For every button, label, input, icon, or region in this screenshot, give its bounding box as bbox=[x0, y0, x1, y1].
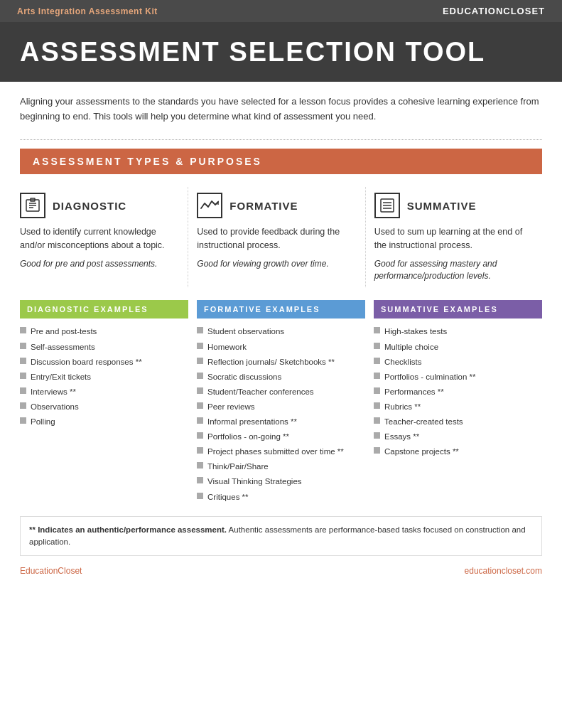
list-item: Informal presentations ** bbox=[197, 416, 365, 427]
summative-desc: Used to sum up learning at the end of th… bbox=[374, 225, 534, 252]
diagnostic-header: DIAGNOSTIC bbox=[20, 193, 179, 218]
item-text: Reflection journals/ Sketchbooks ** bbox=[207, 356, 335, 368]
item-text: Interviews ** bbox=[31, 386, 76, 397]
list-item: Homework bbox=[197, 341, 365, 353]
list-item: Reflection journals/ Sketchbooks ** bbox=[197, 356, 365, 368]
list-item: Discussion board responses ** bbox=[20, 356, 188, 368]
bullet-icon bbox=[20, 387, 26, 394]
brand-bold: CLOSET bbox=[503, 6, 545, 16]
bullet-icon bbox=[197, 447, 203, 454]
bullet-icon bbox=[197, 417, 203, 424]
item-text: Capstone projects ** bbox=[384, 446, 459, 457]
assessment-types-title: ASSESSMENT TYPES & PURPOSES bbox=[33, 156, 529, 167]
bullet-icon bbox=[374, 327, 380, 333]
summative-examples-col: SUMMATIVE EXAMPLES High-stakes tests Mul… bbox=[369, 300, 542, 505]
summative-title: SUMMATIVE bbox=[407, 200, 477, 212]
item-text: Visual Thinking Strategies bbox=[207, 476, 302, 487]
item-text: Think/Pair/Share bbox=[207, 461, 269, 472]
item-text: Portfolios - culmination ** bbox=[384, 371, 475, 382]
item-text: Peer reviews bbox=[207, 401, 254, 412]
bullet-icon bbox=[20, 358, 26, 364]
intro-paragraph: Aligning your assessments to the standar… bbox=[20, 95, 542, 124]
bullet-icon bbox=[374, 417, 380, 424]
item-text: Observations bbox=[31, 401, 79, 412]
bullet-icon bbox=[374, 402, 380, 409]
bullet-icon bbox=[197, 327, 203, 333]
list-item: Peer reviews bbox=[197, 401, 365, 412]
list-item: High-stakes tests bbox=[374, 326, 542, 337]
brand-plain: EDUCATION bbox=[443, 6, 503, 16]
examples-grid: DIAGNOSTIC EXAMPLES Pre and post-tests S… bbox=[0, 287, 562, 505]
bullet-icon bbox=[197, 493, 203, 499]
item-text: Multiple choice bbox=[384, 341, 438, 353]
item-text: Entry/Exit tickets bbox=[31, 371, 91, 382]
item-text: Pre and post-tests bbox=[31, 326, 97, 337]
bullet-icon bbox=[20, 327, 26, 333]
formative-examples-title: FORMATIVE EXAMPLES bbox=[204, 305, 358, 314]
footer-right-link[interactable]: educationcloset.com bbox=[465, 566, 542, 576]
page-title: ASSESSMENT SELECTION TOOL bbox=[20, 38, 542, 68]
bullet-icon bbox=[374, 373, 380, 379]
list-item: Critiques ** bbox=[197, 491, 365, 503]
footer-note-bold: ** Indicates an authentic/performance as… bbox=[29, 525, 227, 534]
item-text: Informal presentations ** bbox=[207, 416, 297, 427]
summative-examples-title: SUMMATIVE EXAMPLES bbox=[381, 305, 535, 314]
item-text: Discussion board responses ** bbox=[31, 356, 142, 368]
diagnostic-type-col: DIAGNOSTIC Used to identify current know… bbox=[20, 187, 188, 287]
divider bbox=[20, 139, 542, 140]
formative-examples-list: Student observations Homework Reflection… bbox=[197, 326, 365, 502]
top-bar-title: Arts Integration Assessment Kit bbox=[17, 6, 158, 16]
formative-examples-header: FORMATIVE EXAMPLES bbox=[197, 300, 365, 318]
list-item: Socratic discussions bbox=[197, 371, 365, 382]
bullet-icon bbox=[20, 402, 26, 409]
list-item: Polling bbox=[20, 416, 188, 427]
bullet-icon bbox=[374, 343, 380, 349]
top-bar: Arts Integration Assessment Kit EDUCATIO… bbox=[0, 0, 562, 22]
list-item: Pre and post-tests bbox=[20, 326, 188, 337]
item-text: Portfolios - on-going ** bbox=[207, 431, 289, 442]
top-bar-brand: EDUCATIONCLOSET bbox=[443, 6, 545, 16]
footer-left-link[interactable]: EducationCloset bbox=[20, 566, 82, 576]
list-item: Student observations bbox=[197, 326, 365, 337]
footer-links: EducationCloset educationcloset.com bbox=[0, 560, 562, 587]
list-item: Interviews ** bbox=[20, 386, 188, 397]
bullet-icon bbox=[20, 417, 26, 424]
footer-note: ** Indicates an authentic/performance as… bbox=[20, 516, 542, 557]
assessment-types-header: ASSESSMENT TYPES & PURPOSES bbox=[20, 149, 542, 174]
summative-good: Good for assessing mastery and performan… bbox=[374, 258, 534, 282]
list-item: Visual Thinking Strategies bbox=[197, 476, 365, 487]
list-item: Multiple choice bbox=[374, 341, 542, 353]
item-text: Performances ** bbox=[384, 386, 444, 397]
assessment-types-grid: DIAGNOSTIC Used to identify current know… bbox=[0, 174, 562, 287]
list-item: Capstone projects ** bbox=[374, 446, 542, 457]
summative-header: SUMMATIVE bbox=[374, 193, 534, 218]
summative-examples-list: High-stakes tests Multiple choice Checkl… bbox=[374, 326, 542, 457]
bullet-icon bbox=[197, 462, 203, 469]
diagnostic-examples-list: Pre and post-tests Self-assessments Disc… bbox=[20, 326, 188, 427]
item-text: Project phases submitted over time ** bbox=[207, 446, 344, 457]
list-item: Observations bbox=[20, 401, 188, 412]
item-text: Checklists bbox=[384, 356, 421, 368]
bullet-icon bbox=[197, 432, 203, 439]
formative-title: FORMATIVE bbox=[229, 200, 298, 212]
diagnostic-good: Good for pre and post assessments. bbox=[20, 258, 179, 270]
list-item: Entry/Exit tickets bbox=[20, 371, 188, 382]
diagnostic-examples-col: DIAGNOSTIC EXAMPLES Pre and post-tests S… bbox=[20, 300, 193, 505]
bullet-icon bbox=[197, 358, 203, 364]
list-item: Student/Teacher conferences bbox=[197, 386, 365, 397]
formative-desc: Used to provide feedback during the inst… bbox=[197, 225, 356, 252]
list-item: Self-assessments bbox=[20, 341, 188, 353]
item-text: Self-assessments bbox=[31, 341, 95, 353]
item-text: Rubrics ** bbox=[384, 401, 421, 412]
intro-text: Aligning your assessments to the standar… bbox=[0, 82, 562, 132]
bullet-icon bbox=[197, 373, 203, 379]
item-text: Socratic discussions bbox=[207, 371, 281, 382]
item-text: Essays ** bbox=[384, 431, 419, 442]
bullet-icon bbox=[374, 358, 380, 364]
item-text: Homework bbox=[207, 341, 247, 353]
formative-type-col: FORMATIVE Used to provide feedback durin… bbox=[188, 187, 365, 287]
list-item: Essays ** bbox=[374, 431, 542, 442]
bullet-icon bbox=[374, 432, 380, 439]
list-item: Teacher-created tests bbox=[374, 416, 542, 427]
diagnostic-desc: Used to identify current knowledge and/o… bbox=[20, 225, 179, 252]
